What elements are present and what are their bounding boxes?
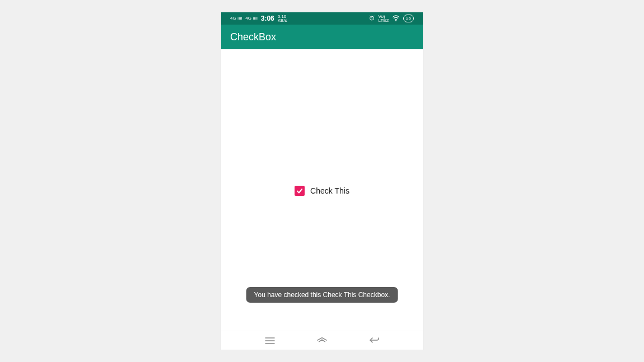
signal-bars-icon-1: ıııl — [237, 16, 242, 21]
home-icon — [316, 337, 328, 345]
network-label-2: 4G — [245, 16, 251, 21]
battery-icon: 26 — [403, 15, 414, 22]
menu-icon — [265, 337, 275, 345]
phone-frame: 4G ıııl 4G ıııl 3:06 0.10 KB/s — [221, 12, 423, 350]
toast-text: You have checked this Check This Checkbo… — [254, 291, 390, 299]
data-speed: 0.10 KB/s — [278, 15, 287, 22]
checkbox-label: Check This — [310, 186, 349, 195]
alarm-icon — [368, 15, 375, 22]
home-button[interactable] — [314, 332, 330, 349]
checkbox-check-this[interactable]: Check This — [295, 186, 349, 196]
toast-message: You have checked this Check This Checkbo… — [246, 287, 398, 303]
network-indicator-2: 4G ıııl — [245, 16, 257, 21]
app-content: Check This You have checked this Check T… — [221, 49, 423, 331]
status-bar: 4G ıııl 4G ıııl 3:06 0.10 KB/s — [221, 12, 423, 25]
recent-apps-button[interactable] — [262, 332, 278, 349]
wifi-icon — [392, 15, 400, 22]
status-right: Vo) LTE2 26 — [368, 15, 414, 22]
app-title: CheckBox — [230, 31, 276, 43]
back-icon — [369, 337, 379, 345]
back-button[interactable] — [366, 332, 382, 349]
navigation-bar — [221, 331, 423, 350]
svg-point-1 — [396, 21, 396, 21]
network-indicator-1: 4G ıııl — [230, 16, 242, 21]
status-time: 3:06 — [261, 15, 274, 22]
checkbox-box[interactable] — [295, 186, 305, 196]
battery-level: 26 — [403, 15, 414, 22]
carrier-label: Vo) LTE2 — [379, 15, 389, 22]
carrier-line2: LTE2 — [379, 18, 389, 23]
signal-bars-icon-2: ıııl — [253, 16, 257, 21]
check-icon — [296, 187, 304, 195]
app-bar: CheckBox — [221, 25, 423, 49]
status-left: 4G ıııl 4G ıııl 3:06 0.10 KB/s — [230, 15, 287, 22]
network-label-1: 4G — [230, 16, 236, 21]
speed-unit: KB/s — [278, 18, 287, 23]
